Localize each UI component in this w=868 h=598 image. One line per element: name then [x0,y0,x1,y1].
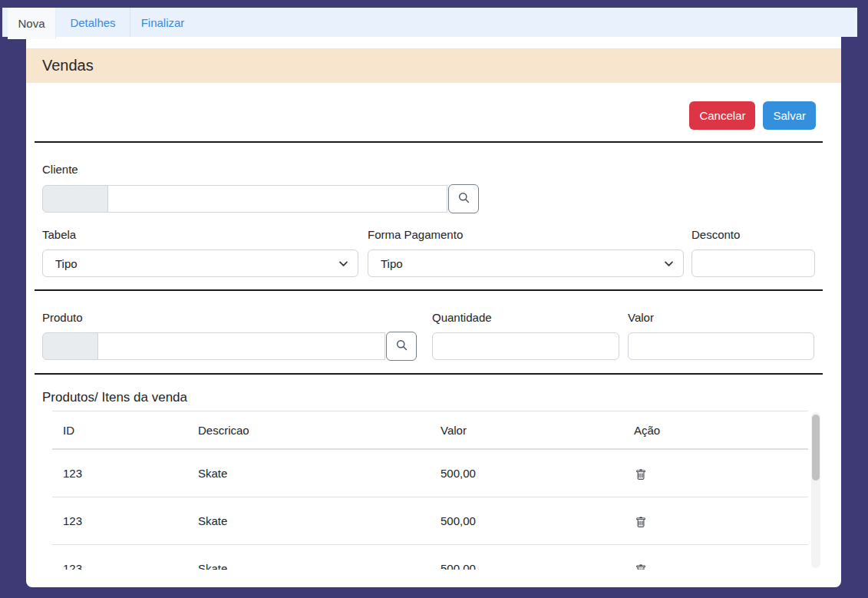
table-row: 123 Skate 500,00 [52,544,808,570]
item-valor: 500,00 [430,497,623,544]
quantidade-field[interactable] [432,332,619,360]
produto-code-field[interactable] [42,332,98,360]
table-row: 123 Skate 500,00 [52,497,808,544]
item-valor: 500,00 [430,544,623,570]
tab-detalhes[interactable]: Detalhes [56,8,130,37]
panel-header: Vendas [26,48,841,83]
page-title: Vendas [42,57,94,74]
app-window: Nova Detalhes Finalizar Vendas Cancelar … [0,0,868,598]
valor-field[interactable] [628,332,814,360]
item-id: 123 [52,544,187,570]
cliente-search-button[interactable] [448,184,479,213]
valor-label: Valor [628,311,654,324]
forma-pagamento-select-wrap: Tipo [368,249,684,277]
divider [35,289,823,291]
tabela-select[interactable]: Tipo [42,249,358,277]
table-scrollbar[interactable] [811,412,820,568]
forma-pagamento-select[interactable]: Tipo [368,249,684,277]
delete-button[interactable] [634,515,648,532]
column-header-descricao: Descricao [187,411,430,450]
divider [35,373,823,375]
quantidade-label: Quantidade [432,311,492,324]
trash-icon [635,471,646,483]
table-scrollbar-thumb[interactable] [812,415,820,481]
search-icon [457,191,470,206]
produto-label: Produto [42,311,83,324]
produto-input-group [42,332,417,361]
cliente-name-field[interactable] [108,185,447,213]
item-descricao: Skate [187,544,430,570]
items-section-title: Produtos/ Itens da venda [42,390,187,405]
trash-icon [635,567,646,570]
item-descricao: Skate [187,497,430,544]
column-header-valor: Valor [430,411,623,450]
tab-finalizar[interactable]: Finalizar [130,8,195,37]
forma-pagamento-label: Forma Pagamento [368,228,463,241]
search-icon [395,339,408,354]
main-card: Vendas Cancelar Salvar Cliente Tabela [26,37,841,587]
delete-button[interactable] [634,563,648,570]
cliente-code-field[interactable] [42,185,108,213]
produto-search-button[interactable] [386,332,417,361]
items-table: ID Descricao Valor Ação 123 Skate 500,00 [52,411,808,570]
save-button[interactable]: Salvar [763,101,816,130]
cliente-input-group [42,185,479,213]
divider [35,141,823,143]
produto-name-field[interactable] [98,332,385,360]
item-id: 123 [52,497,187,544]
table-row: 123 Skate 500,00 [52,449,808,497]
delete-button[interactable] [634,467,648,484]
trash-icon [635,519,646,530]
item-valor: 500,00 [430,449,623,497]
desconto-field[interactable] [691,249,815,277]
item-id: 123 [52,449,187,497]
table-header-row: ID Descricao Valor Ação [52,411,808,450]
action-buttons: Cancelar Salvar [689,101,816,130]
desconto-label: Desconto [691,228,740,241]
tabela-label: Tabela [42,228,76,241]
tabela-select-wrap: Tipo [42,249,358,277]
items-table-container: ID Descricao Valor Ação 123 Skate 500,00 [52,411,808,570]
tab-nova[interactable]: Nova [8,8,56,39]
column-header-id: ID [52,411,187,450]
item-descricao: Skate [187,449,430,497]
tab-bar: Nova Detalhes Finalizar [2,8,857,37]
cliente-label: Cliente [42,163,78,176]
cancel-button[interactable]: Cancelar [689,101,755,130]
column-header-acao: Ação [623,411,808,450]
